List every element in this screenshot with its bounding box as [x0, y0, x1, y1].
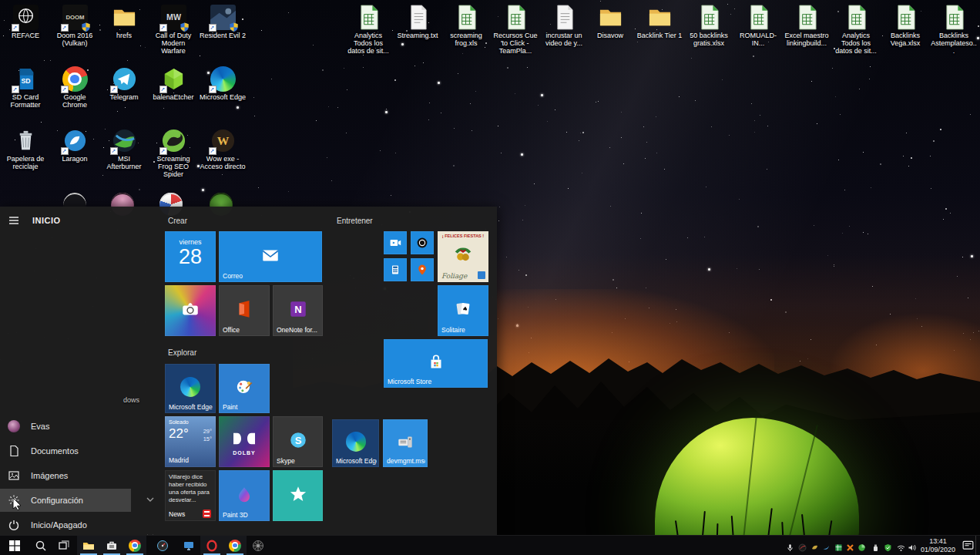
action-center-icon[interactable]	[962, 540, 974, 551]
news-source-label: News	[169, 510, 185, 518]
icon-disavow[interactable]: Disavow	[586, 5, 634, 39]
tray-antivirus-shield-icon[interactable]	[882, 536, 894, 555]
tray-spreadsheet-icon[interactable]	[833, 536, 844, 555]
tile-skype[interactable]: SSkype	[273, 416, 323, 467]
tray-orange-x-icon[interactable]	[844, 536, 856, 555]
icon-cod-mw[interactable]: MW➚Call of Duty Modern Warfare	[149, 5, 197, 55]
tile-devmgmt[interactable]: devmgmt.msc	[383, 419, 428, 467]
taskbar-chrome-profile-2[interactable]	[223, 536, 247, 555]
taskbar-opera[interactable]	[200, 536, 223, 555]
icon-hrefs[interactable]: hrefs	[100, 5, 148, 39]
icon-analytics-todos[interactable]: Analytics Todos los datos de sit...	[344, 5, 392, 55]
nav-user[interactable]: Evas	[0, 415, 131, 438]
mouse-cursor	[11, 497, 24, 510]
sheet-txt-icon	[405, 5, 431, 30]
tile-microsoft-edge[interactable]: Microsoft Edge	[165, 364, 216, 413]
tile-onenote[interactable]: NOneNote for...	[273, 285, 323, 336]
taskbar-briefcase-app[interactable]	[100, 536, 123, 555]
icon-recursos-cue[interactable]: Recursos Cue to Click - TeamPla...	[492, 5, 539, 55]
shieldg-glyph	[884, 541, 892, 550]
weather-city: Madrid	[169, 456, 189, 464]
icon-analytics-todos-2[interactable]: Analytics Todos los datos de sit...	[832, 5, 880, 55]
desktop-icon-label: ROMUALD-IN...	[734, 32, 782, 47]
tile-peliculas-y-tv[interactable]	[384, 231, 407, 254]
icon-balena-etcher[interactable]: ➚balenaEtcher	[149, 66, 197, 101]
icon-resident-evil-2[interactable]: ➚Resident Evil 2	[199, 5, 247, 39]
tray-usb-icon[interactable]	[870, 536, 881, 555]
tile-el-tiempo[interactable]: Soleado 22° 29°15° Madrid	[165, 416, 216, 467]
icon-laragon[interactable]: ➚Laragon	[51, 128, 99, 163]
tile-office[interactable]: Office	[219, 285, 270, 336]
icon-reface[interactable]: ➚REFACE	[2, 5, 49, 39]
search-icon	[35, 540, 47, 552]
tile-dolby[interactable]: DOLBY	[219, 416, 270, 467]
desktop-icon-label: Microsoft Edge	[199, 93, 247, 101]
hamburger-menu-icon[interactable]	[8, 214, 20, 227]
icon-papelera[interactable]: Papelera de reciclaje	[2, 128, 49, 170]
tile-calendario[interactable]: viernes28	[165, 231, 216, 282]
sheet-calc-icon	[746, 5, 771, 30]
start-button[interactable]	[0, 536, 29, 555]
tile-news[interactable]: Villarejo dice haber recibido una oferta…	[165, 470, 216, 521]
nav-documents[interactable]: Documentos	[0, 439, 131, 462]
taskbar-afterburner[interactable]	[151, 536, 174, 555]
sd-icon: SD➚	[13, 66, 39, 92]
movies-icon	[389, 237, 401, 249]
icon-backlinks-vega[interactable]: Backlinks Vega.xlsx	[881, 5, 929, 47]
tile-paint-3d[interactable]: Paint 3D	[219, 470, 270, 521]
search-button[interactable]	[29, 536, 52, 555]
icon-backlinks-astemplates[interactable]: Backlinks Astemplateso...	[930, 5, 978, 55]
tile-correo[interactable]: Correo	[219, 231, 322, 282]
shortcut-arrow-overlay: ➚	[159, 86, 167, 93]
tile-solitaire[interactable]: Solitaire	[438, 285, 488, 336]
taskbar-remote-desktop[interactable]	[177, 536, 200, 555]
tile-microsoft-edge-2[interactable]: Microsoft Edge	[332, 419, 379, 467]
tile-calculadora[interactable]	[384, 258, 407, 281]
group-explorar: Explorar	[168, 348, 196, 357]
tile-mapas[interactable]	[411, 258, 434, 281]
group-collapse-chevron-icon[interactable]	[146, 493, 155, 503]
taskbar-file-explorer[interactable]	[77, 536, 100, 555]
nav-power[interactable]: Inicio/Apagado	[0, 513, 131, 536]
tray-leaf-icon[interactable]	[809, 536, 821, 555]
icon-wow-exe[interactable]: W➚Wow exe - Acceso directo	[199, 128, 247, 170]
task-view-button[interactable]	[52, 536, 76, 555]
icon-excel-maestro[interactable]: Excel maestro linkingbuild...	[783, 5, 831, 47]
tray-microphone-icon[interactable]	[784, 536, 796, 555]
desktop-icon-label: Excel maestro linkingbuild...	[783, 32, 831, 47]
icon-streaming-txt[interactable]: Streaming.txt	[394, 5, 441, 39]
taskbar-chrome[interactable]	[123, 536, 146, 555]
tile-fotos[interactable]: ¡ FELICES FIESTAS ! Foliage	[438, 231, 488, 282]
tray-volume-icon[interactable]	[906, 536, 918, 555]
tile-groove[interactable]	[411, 231, 434, 254]
tray-blue-app-icon[interactable]	[821, 536, 832, 555]
icon-microsoft-edge[interactable]: ➚Microsoft Edge	[199, 66, 247, 101]
shortcut-arrow-overlay: ➚	[12, 24, 19, 32]
icon-backlink-tier-1[interactable]: Backlink Tier 1	[636, 5, 683, 39]
tray-network-icon[interactable]	[895, 536, 907, 555]
icon-telegram[interactable]: ➚Telegram	[100, 66, 148, 101]
tray-msi-center-icon[interactable]	[797, 536, 808, 555]
tile-camara[interactable]	[165, 285, 216, 336]
desktop-icon-label: Telegram	[100, 93, 148, 101]
icon-screaming-frog-seo[interactable]: ➚Screaming Frog SEO Spider	[149, 128, 197, 178]
icon-incrustar-video[interactable]: incrustar un video de y...	[540, 5, 588, 47]
tile-microsoft-store[interactable]: Microsoft Store	[384, 339, 488, 388]
tile-paint[interactable]: Paint	[219, 364, 270, 413]
icon-msi-afterburner[interactable]: ➚MSI Afterburner	[100, 128, 148, 170]
icon-50-backlinks[interactable]: 50 backlinks gratis.xlsx	[685, 5, 733, 47]
icon-google-chrome[interactable]: ➚Google Chrome	[51, 66, 99, 109]
nav-item-label: Inicio/Apagado	[31, 520, 87, 530]
tile-star[interactable]	[273, 470, 323, 521]
icon-doom-2016[interactable]: DOOM➚Doom 2016 (Vulkan)	[51, 5, 99, 47]
tray-pie-icon[interactable]	[856, 536, 868, 555]
show-desktop-button[interactable]	[975, 536, 980, 555]
icon-sd-card-formatter[interactable]: SD➚SD Card Formatter	[2, 66, 49, 109]
icon-screaming-frog-xls[interactable]: screaming frog.xls	[442, 5, 490, 47]
icon-romuald[interactable]: ROMUALD-IN...	[734, 5, 782, 47]
taskbar-wheel-app[interactable]	[247, 536, 270, 555]
taskbar-clock[interactable]: 13:41 01/09/2020	[921, 536, 955, 555]
sheet-calc-icon	[893, 5, 918, 30]
nav-pictures[interactable]: Imágenes	[0, 464, 131, 487]
bin-icon	[13, 128, 39, 153]
